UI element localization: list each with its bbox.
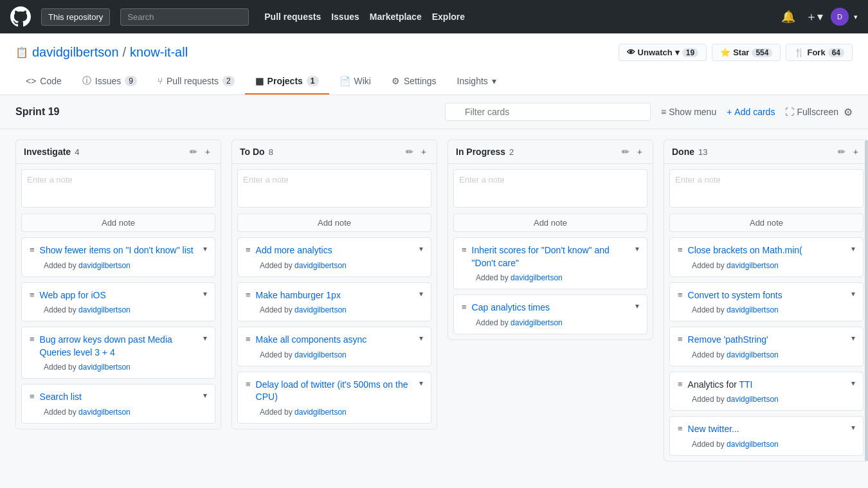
issues-link[interactable]: Issues [331, 12, 359, 22]
column-header: Done 13 ✏ + [664, 140, 868, 164]
card-title-link[interactable]: Add more analytics [256, 244, 414, 257]
card-author-link[interactable]: davidgilbertson [727, 440, 779, 449]
star-button[interactable]: ⭐ Star 554 [712, 44, 781, 61]
tab-projects[interactable]: ▦ Projects 1 [245, 69, 329, 95]
column-to-do: To Do 8 ✏ + Add note ≡ Add more analytic… [231, 140, 437, 429]
card-chevron-icon[interactable]: ▾ [851, 334, 855, 343]
add-note-button[interactable]: Add note [237, 213, 431, 232]
search-input[interactable] [120, 8, 249, 26]
avatar[interactable]: D [831, 8, 849, 26]
explore-link[interactable]: Explore [432, 12, 465, 22]
note-textarea[interactable] [669, 169, 863, 208]
card-chevron-icon[interactable]: ▾ [203, 289, 207, 298]
card-title-link[interactable]: Inherit scores for "Don't know" and "Don… [472, 244, 630, 269]
card-chevron-icon[interactable]: ▾ [419, 379, 423, 388]
repo-name-link[interactable]: know-it-all [130, 45, 188, 60]
card-title-link[interactable]: Cap analytics times [472, 302, 630, 314]
show-menu-button[interactable]: ≡ Show menu [656, 104, 721, 120]
add-to-column-button[interactable]: + [635, 145, 645, 158]
card-title-link[interactable]: Convert to system fonts [688, 289, 846, 302]
insights-dropdown-icon: ▾ [492, 76, 496, 86]
github-logo[interactable] [10, 6, 31, 27]
card-author-link[interactable]: davidgilbertson [78, 408, 131, 417]
fork-label: Fork [807, 48, 825, 57]
card-chevron-icon[interactable]: ▾ [203, 334, 207, 343]
edit-column-button[interactable]: ✏ [403, 145, 416, 158]
note-textarea[interactable] [237, 169, 431, 208]
card-title-link[interactable]: Web app for iOS [40, 289, 198, 302]
card-author-link[interactable]: davidgilbertson [294, 350, 347, 359]
marketplace-link[interactable]: Marketplace [370, 12, 422, 22]
fullscreen-button[interactable]: ⛶ Fullscreen [780, 104, 844, 120]
add-cards-button[interactable]: + Add cards [721, 104, 780, 120]
edit-column-button[interactable]: ✏ [619, 145, 632, 158]
tab-pull-requests[interactable]: ⑂ Pull requests 2 [147, 69, 245, 95]
edit-column-button[interactable]: ✏ [835, 145, 848, 158]
card-chevron-icon[interactable]: ▾ [851, 289, 855, 298]
card-chevron-icon[interactable]: ▾ [851, 423, 855, 432]
table-row: ≡ Search list ▾ Added by davidgilbertson [21, 384, 215, 424]
list-icon: ≡ [246, 245, 251, 255]
add-to-column-button[interactable]: + [203, 145, 213, 158]
add-note-button[interactable]: Add note [669, 213, 863, 232]
tab-issues[interactable]: ⓘ Issues 9 [72, 69, 147, 95]
card-chevron-icon[interactable]: ▾ [635, 302, 639, 311]
pull-requests-link[interactable]: Pull requests [264, 12, 321, 22]
settings-gear-button[interactable]: ⚙ [844, 106, 853, 118]
card-title-link[interactable]: Make hamburger 1px [256, 289, 414, 302]
add-to-column-button[interactable]: + [419, 145, 429, 158]
notifications-button[interactable]: 🔔 [779, 7, 798, 26]
card-title-link[interactable]: Search list [40, 391, 198, 404]
tti-link[interactable]: TTI [739, 379, 752, 390]
card-author-link[interactable]: davidgilbertson [294, 261, 347, 270]
card-author-link[interactable]: davidgilbertson [78, 363, 131, 372]
user-dropdown[interactable]: ▾ [854, 13, 858, 21]
card-title-link[interactable]: New twitter... [688, 423, 846, 436]
card-author-link[interactable]: davidgilbertson [511, 318, 563, 327]
card-author-link[interactable]: davidgilbertson [78, 305, 131, 314]
unwatch-button[interactable]: 👁 Unwatch ▾ 19 [619, 44, 707, 61]
fork-button[interactable]: 🍴 Fork 64 [786, 44, 853, 61]
note-area: Add note [16, 164, 221, 237]
card-footer: Added by davidgilbertson [678, 261, 855, 270]
filter-input[interactable] [445, 103, 651, 121]
tab-code[interactable]: <> Code [15, 69, 72, 95]
note-textarea[interactable] [453, 169, 647, 208]
card-chevron-icon[interactable]: ▾ [419, 289, 423, 298]
card-author-link[interactable]: davidgilbertson [78, 261, 131, 270]
tab-settings[interactable]: ⚙ Settings [381, 69, 447, 95]
card-title-link[interactable]: Close brackets on Math.min( [688, 244, 846, 257]
add-to-column-button[interactable]: + [851, 145, 861, 158]
repo-owner-link[interactable]: davidgilbertson [32, 45, 119, 60]
card-title-link[interactable]: Remove 'pathString' [688, 334, 846, 347]
new-menu-button[interactable]: ＋▾ [803, 6, 826, 27]
card-author-link[interactable]: davidgilbertson [727, 350, 779, 359]
card-title-link[interactable]: Show fewer items on "I don't know" list [40, 244, 198, 257]
add-cards-label: Add cards [734, 107, 775, 117]
card-title-link[interactable]: Make all components async [256, 334, 414, 347]
tab-insights[interactable]: Investigate Insights ▾ [447, 69, 507, 95]
card-author-link[interactable]: davidgilbertson [294, 408, 347, 417]
list-icon: ≡ [30, 290, 35, 300]
edit-column-button[interactable]: ✏ [187, 145, 200, 158]
card-chevron-icon[interactable]: ▾ [419, 244, 423, 253]
card-chevron-icon[interactable]: ▾ [203, 391, 207, 400]
add-note-button[interactable]: Add note [453, 213, 647, 232]
card-chevron-icon[interactable]: ▾ [851, 379, 855, 388]
card-title-link[interactable]: Bug arrow keys down past Media Queries l… [40, 334, 198, 359]
card-author-link[interactable]: davidgilbertson [294, 305, 347, 314]
card-author-link[interactable]: davidgilbertson [727, 395, 779, 404]
card-chevron-icon[interactable]: ▾ [203, 244, 207, 253]
card-title-link[interactable]: Delay load of twitter (it's 500ms on the… [256, 379, 414, 404]
card-chevron-icon[interactable]: ▾ [851, 244, 855, 253]
card-author-link[interactable]: davidgilbertson [727, 261, 779, 270]
table-row: ≡ Close brackets on Math.min( ▾ Added by… [669, 237, 863, 277]
add-note-button[interactable]: Add note [21, 213, 215, 232]
card-author-link[interactable]: davidgilbertson [511, 273, 563, 282]
card-author-link[interactable]: davidgilbertson [727, 305, 779, 314]
tab-wiki[interactable]: 📄 Wiki [329, 69, 381, 95]
this-repo-button[interactable]: This repository [41, 8, 110, 26]
note-textarea[interactable] [21, 169, 215, 208]
card-chevron-icon[interactable]: ▾ [419, 334, 423, 343]
card-chevron-icon[interactable]: ▾ [635, 244, 639, 253]
